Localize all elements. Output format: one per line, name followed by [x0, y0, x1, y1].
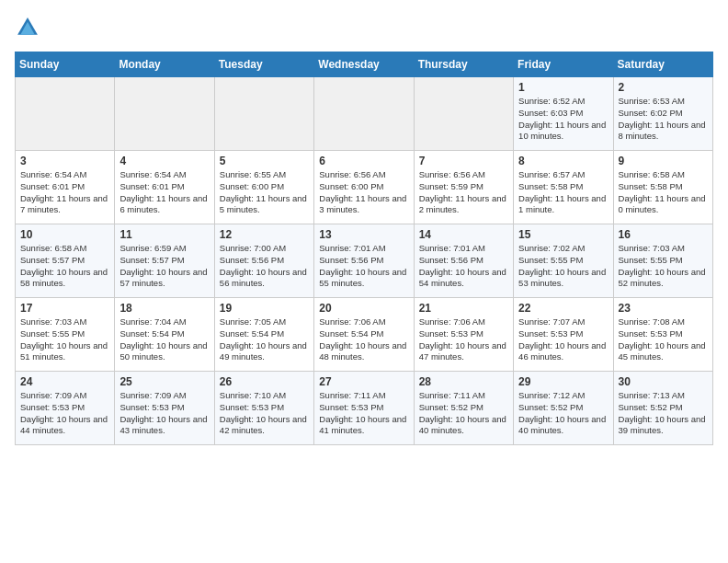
calendar-cell [314, 77, 414, 151]
day-number: 30 [619, 375, 708, 388]
calendar-cell: 10Sunrise: 6:58 AM Sunset: 5:57 PM Dayli… [16, 224, 115, 298]
calendar-cell [16, 77, 115, 151]
day-info: Sunrise: 6:57 AM Sunset: 5:58 PM Dayligh… [518, 169, 608, 216]
day-number: 21 [419, 302, 508, 315]
day-info: Sunrise: 7:03 AM Sunset: 5:55 PM Dayligh… [619, 243, 708, 290]
calendar-cell: 26Sunrise: 7:10 AM Sunset: 5:53 PM Dayli… [214, 372, 313, 445]
day-number: 28 [419, 375, 508, 388]
day-number: 20 [319, 302, 408, 315]
day-number: 27 [319, 375, 408, 388]
day-number: 22 [518, 302, 608, 315]
calendar-week-row: 17Sunrise: 7:03 AM Sunset: 5:55 PM Dayli… [16, 298, 713, 372]
day-info: Sunrise: 7:08 AM Sunset: 5:53 PM Dayligh… [619, 316, 708, 363]
calendar-cell [414, 77, 513, 151]
calendar-cell: 11Sunrise: 6:59 AM Sunset: 5:57 PM Dayli… [115, 224, 214, 298]
weekday-header-saturday: Saturday [613, 52, 712, 77]
calendar-cell: 22Sunrise: 7:07 AM Sunset: 5:53 PM Dayli… [514, 298, 613, 372]
day-info: Sunrise: 7:01 AM Sunset: 5:56 PM Dayligh… [319, 243, 408, 290]
day-info: Sunrise: 7:09 AM Sunset: 5:53 PM Dayligh… [119, 390, 209, 437]
day-info: Sunrise: 7:02 AM Sunset: 5:55 PM Dayligh… [518, 243, 608, 290]
calendar-cell: 8Sunrise: 6:57 AM Sunset: 5:58 PM Daylig… [514, 151, 613, 224]
calendar-cell: 1Sunrise: 6:52 AM Sunset: 6:03 PM Daylig… [514, 77, 613, 151]
day-info: Sunrise: 7:11 AM Sunset: 5:52 PM Dayligh… [419, 390, 508, 437]
logo [15, 15, 44, 40]
calendar-cell: 18Sunrise: 7:04 AM Sunset: 5:54 PM Dayli… [115, 298, 214, 372]
calendar-cell: 15Sunrise: 7:02 AM Sunset: 5:55 PM Dayli… [514, 224, 613, 298]
weekday-header-friday: Friday [514, 52, 613, 77]
calendar-cell: 24Sunrise: 7:09 AM Sunset: 5:53 PM Dayli… [16, 372, 115, 445]
calendar-cell: 27Sunrise: 7:11 AM Sunset: 5:53 PM Dayli… [314, 372, 414, 445]
weekday-header-wednesday: Wednesday [314, 52, 414, 77]
calendar-cell: 2Sunrise: 6:53 AM Sunset: 6:02 PM Daylig… [613, 77, 712, 151]
calendar-cell [115, 77, 214, 151]
calendar-cell: 9Sunrise: 6:58 AM Sunset: 5:58 PM Daylig… [613, 151, 712, 224]
day-info: Sunrise: 6:58 AM Sunset: 5:58 PM Dayligh… [619, 169, 708, 216]
day-info: Sunrise: 7:13 AM Sunset: 5:52 PM Dayligh… [619, 390, 708, 437]
day-number: 12 [220, 228, 309, 241]
day-info: Sunrise: 6:55 AM Sunset: 6:00 PM Dayligh… [220, 169, 309, 216]
day-number: 18 [119, 302, 209, 315]
day-info: Sunrise: 7:06 AM Sunset: 5:53 PM Dayligh… [419, 316, 508, 363]
day-number: 5 [220, 155, 309, 167]
day-number: 24 [20, 375, 109, 388]
day-info: Sunrise: 7:09 AM Sunset: 5:53 PM Dayligh… [20, 390, 109, 437]
day-info: Sunrise: 7:12 AM Sunset: 5:52 PM Dayligh… [518, 390, 608, 437]
day-number: 15 [518, 228, 608, 241]
day-info: Sunrise: 6:52 AM Sunset: 6:03 PM Dayligh… [518, 96, 608, 143]
calendar-cell [214, 77, 313, 151]
calendar-week-row: 3Sunrise: 6:54 AM Sunset: 6:01 PM Daylig… [16, 151, 713, 224]
calendar-table: SundayMondayTuesdayWednesdayThursdayFrid… [15, 52, 713, 445]
day-info: Sunrise: 6:56 AM Sunset: 6:00 PM Dayligh… [319, 169, 408, 216]
calendar-cell: 20Sunrise: 7:06 AM Sunset: 5:54 PM Dayli… [314, 298, 414, 372]
day-info: Sunrise: 6:56 AM Sunset: 5:59 PM Dayligh… [419, 169, 508, 216]
day-info: Sunrise: 7:10 AM Sunset: 5:53 PM Dayligh… [220, 390, 309, 437]
day-number: 9 [619, 155, 708, 167]
day-info: Sunrise: 6:59 AM Sunset: 5:57 PM Dayligh… [119, 243, 209, 290]
calendar-cell: 14Sunrise: 7:01 AM Sunset: 5:56 PM Dayli… [414, 224, 513, 298]
day-number: 13 [319, 228, 408, 241]
day-info: Sunrise: 7:01 AM Sunset: 5:56 PM Dayligh… [419, 243, 508, 290]
page-header [15, 15, 713, 40]
day-info: Sunrise: 6:58 AM Sunset: 5:57 PM Dayligh… [20, 243, 109, 290]
day-number: 19 [220, 302, 309, 315]
calendar-cell: 5Sunrise: 6:55 AM Sunset: 6:00 PM Daylig… [214, 151, 313, 224]
weekday-header-sunday: Sunday [16, 52, 115, 77]
day-info: Sunrise: 7:05 AM Sunset: 5:54 PM Dayligh… [220, 316, 309, 363]
logo-icon [15, 15, 40, 40]
calendar-week-row: 1Sunrise: 6:52 AM Sunset: 6:03 PM Daylig… [16, 77, 713, 151]
day-number: 16 [619, 228, 708, 241]
weekday-header-monday: Monday [115, 52, 214, 77]
day-info: Sunrise: 7:11 AM Sunset: 5:53 PM Dayligh… [319, 390, 408, 437]
calendar-cell: 12Sunrise: 7:00 AM Sunset: 5:56 PM Dayli… [214, 224, 313, 298]
calendar-cell: 6Sunrise: 6:56 AM Sunset: 6:00 PM Daylig… [314, 151, 414, 224]
day-number: 11 [119, 228, 209, 241]
calendar-cell: 29Sunrise: 7:12 AM Sunset: 5:52 PM Dayli… [514, 372, 613, 445]
day-number: 3 [20, 155, 109, 167]
day-info: Sunrise: 7:06 AM Sunset: 5:54 PM Dayligh… [319, 316, 408, 363]
calendar-cell: 21Sunrise: 7:06 AM Sunset: 5:53 PM Dayli… [414, 298, 513, 372]
weekday-header-thursday: Thursday [414, 52, 513, 77]
day-number: 10 [20, 228, 109, 241]
calendar-cell: 4Sunrise: 6:54 AM Sunset: 6:01 PM Daylig… [115, 151, 214, 224]
calendar-week-row: 24Sunrise: 7:09 AM Sunset: 5:53 PM Dayli… [16, 372, 713, 445]
calendar-cell: 17Sunrise: 7:03 AM Sunset: 5:55 PM Dayli… [16, 298, 115, 372]
day-info: Sunrise: 7:00 AM Sunset: 5:56 PM Dayligh… [220, 243, 309, 290]
day-number: 17 [20, 302, 109, 315]
day-number: 23 [619, 302, 708, 315]
calendar-cell: 7Sunrise: 6:56 AM Sunset: 5:59 PM Daylig… [414, 151, 513, 224]
day-number: 29 [518, 375, 608, 388]
day-info: Sunrise: 6:54 AM Sunset: 6:01 PM Dayligh… [119, 169, 209, 216]
day-number: 26 [220, 375, 309, 388]
day-number: 1 [518, 81, 608, 94]
calendar-cell: 23Sunrise: 7:08 AM Sunset: 5:53 PM Dayli… [613, 298, 712, 372]
weekday-header-tuesday: Tuesday [214, 52, 313, 77]
day-info: Sunrise: 7:04 AM Sunset: 5:54 PM Dayligh… [119, 316, 209, 363]
calendar-cell: 25Sunrise: 7:09 AM Sunset: 5:53 PM Dayli… [115, 372, 214, 445]
day-number: 8 [518, 155, 608, 167]
weekday-header-row: SundayMondayTuesdayWednesdayThursdayFrid… [16, 52, 713, 77]
calendar-cell: 30Sunrise: 7:13 AM Sunset: 5:52 PM Dayli… [613, 372, 712, 445]
day-info: Sunrise: 6:53 AM Sunset: 6:02 PM Dayligh… [619, 96, 708, 143]
calendar-cell: 19Sunrise: 7:05 AM Sunset: 5:54 PM Dayli… [214, 298, 313, 372]
calendar-cell: 28Sunrise: 7:11 AM Sunset: 5:52 PM Dayli… [414, 372, 513, 445]
calendar-cell: 16Sunrise: 7:03 AM Sunset: 5:55 PM Dayli… [613, 224, 712, 298]
